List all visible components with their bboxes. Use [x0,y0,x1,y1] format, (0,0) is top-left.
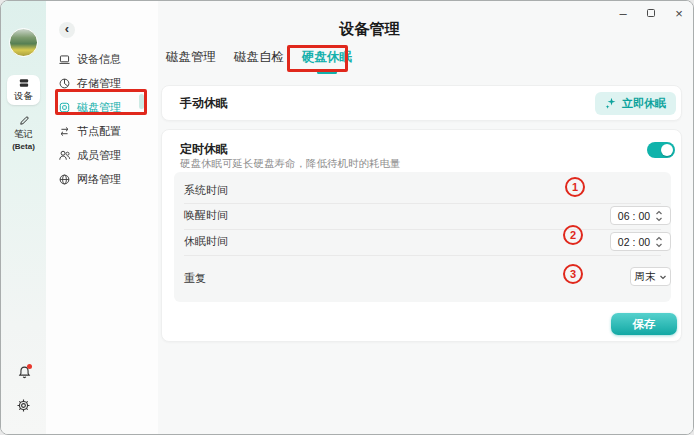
globe-icon [58,173,71,186]
swap-arrows-icon [58,125,71,138]
rail-device-label: 设备 [14,90,33,103]
rail-notes-label: 笔记 [14,128,33,141]
sidebar-item-label: 节点配置 [77,124,121,139]
avatar[interactable] [9,28,38,57]
scheduled-sleep-toggle[interactable] [647,142,675,158]
device-menu-sidebar: ‹ 设备信息 存储管理 磁盘管理 节点配置 [46,1,158,434]
notification-dot [27,364,32,369]
sidebar-item-device-info[interactable]: 设备信息 [58,48,121,70]
repeat-value: 周末 [635,270,656,284]
sidebar-item-label: 成员管理 [77,148,121,163]
annotation-circle-2: 2 [563,225,583,245]
divider [184,203,661,204]
members-icon [58,149,71,162]
repeat-dropdown[interactable]: 周末 [630,267,671,286]
settings-button[interactable] [16,398,32,414]
divider [184,229,661,230]
minimize-icon: – [619,6,626,21]
sidebar-item-label: 网络管理 [77,172,121,187]
save-label: 保存 [633,317,656,332]
wake-minute-value: 00 [638,210,650,222]
schedule-settings-panel: 系统时间 唤醒时间 06 : 00 休眠时间 02 : 00 [174,172,671,302]
repeat-label: 重复 [184,271,206,286]
sidebar-item-node-config[interactable]: 节点配置 [58,120,121,142]
scheduled-sleep-card: 定时休眠 硬盘休眠可延长硬盘寿命，降低待机时的耗电量 系统时间 唤醒时间 06 … [161,129,682,342]
wake-time-stepper[interactable]: 06 : 00 [610,206,671,225]
toggle-knob [661,144,674,157]
stepper-updown-icon[interactable] [655,235,663,249]
primary-rail: 设备 笔记 (Beta) [1,1,46,434]
minimize-button[interactable]: – [615,5,631,21]
pie-chart-icon [58,77,71,90]
sleep-hour-value: 02 [618,236,630,248]
system-time-label: 系统时间 [184,183,228,198]
tab-disk-management[interactable]: 磁盘管理 [166,49,216,74]
sidebar-item-label: 设备信息 [77,52,121,67]
sparkle-icon [605,97,617,109]
tab-underline [249,71,269,74]
wake-hour-value: 06 [618,210,630,222]
app-window: 设备 笔记 (Beta) ‹ [0,0,694,435]
rail-notes-beta: (Beta) [12,142,35,151]
window-controls: – × [615,4,687,22]
close-icon: × [675,6,683,21]
annotation-box-disk-management [55,89,147,115]
annotation-number: 2 [570,229,576,241]
scheduled-sleep-title: 定时休眠 [180,141,228,158]
manual-sleep-card: 手动休眠 立即休眠 [161,85,682,121]
annotation-number: 1 [572,181,578,193]
tab-label: 磁盘管理 [166,49,216,66]
maximize-button[interactable] [643,5,659,21]
sleep-now-label: 立即休眠 [622,96,666,111]
notifications-button[interactable] [17,365,33,381]
sleep-minute-value: 00 [638,236,650,248]
gear-icon [16,398,32,413]
scheduled-sleep-subtitle: 硬盘休眠可延长硬盘寿命，降低待机时的耗电量 [180,157,401,171]
sleep-now-button[interactable]: 立即休眠 [595,92,676,115]
maximize-icon [647,9,656,18]
annotation-box-disk-sleep-tab [287,45,348,72]
manual-sleep-title: 手动休眠 [180,95,228,112]
rail-item-notes[interactable]: 笔记 (Beta) [1,114,46,151]
sidebar-item-members[interactable]: 成员管理 [58,144,121,166]
sidebar-item-network[interactable]: 网络管理 [58,168,121,190]
chevron-down-icon [659,273,667,281]
save-button[interactable]: 保存 [611,313,677,335]
page-title: 设备管理 [46,20,693,39]
divider [184,255,661,256]
annotation-number: 3 [570,268,576,280]
tab-underline [181,71,201,74]
annotation-circle-3: 3 [563,264,583,284]
server-icon [18,77,30,89]
wake-time-label: 唤醒时间 [184,208,228,223]
sleep-time-stepper[interactable]: 02 : 00 [610,232,671,251]
annotation-circle-1: 1 [565,177,585,197]
pencil-icon [17,114,30,127]
sleep-time-label: 休眠时间 [184,234,228,249]
laptop-icon [58,53,71,66]
tab-label: 磁盘自检 [234,49,284,66]
close-button[interactable]: × [671,5,687,21]
time-separator: : [633,210,636,222]
time-separator: : [633,236,636,248]
stepper-updown-icon[interactable] [655,209,663,223]
tab-disk-selfcheck[interactable]: 磁盘自检 [234,49,284,74]
rail-item-device[interactable]: 设备 [7,75,40,105]
